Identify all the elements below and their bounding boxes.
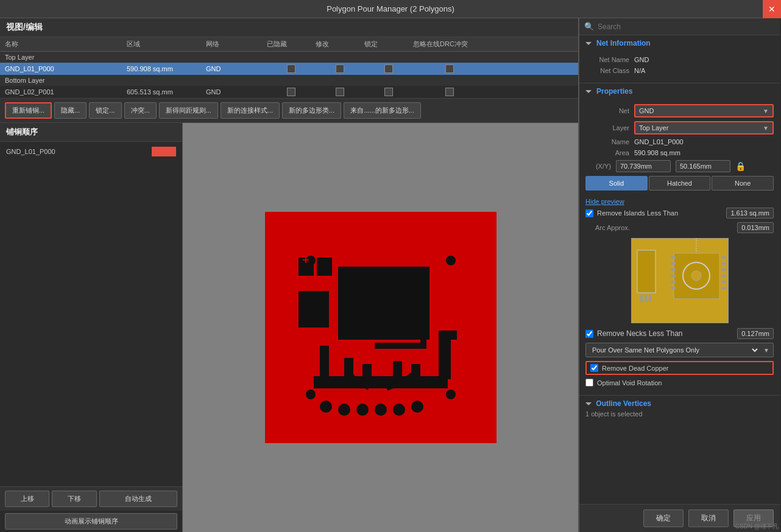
preview-area xyxy=(183,123,578,532)
cell-hidden[interactable] xyxy=(267,88,316,96)
pour-order-item[interactable]: GND_L01_P000 xyxy=(2,144,180,159)
net-class-value: N/A xyxy=(634,67,774,74)
net-select[interactable]: GND xyxy=(635,105,759,116)
lock-button[interactable]: 锁定... xyxy=(89,102,121,119)
layer-select[interactable]: Top Layer Bottom Layer xyxy=(635,122,759,133)
svg-rect-4 xyxy=(320,346,329,376)
remove-islands-row: Remove Islands Less Than 1.613 sq.mm xyxy=(585,208,774,219)
pcb-thumbnail-container xyxy=(585,238,774,323)
col-ignore-drc: 忽略在线DRC冲突 xyxy=(413,40,486,49)
net-class-label: Net Class xyxy=(585,67,634,74)
solid-fill-button[interactable]: Solid xyxy=(585,176,648,191)
cell-area: 590.908 sq.mm xyxy=(127,65,206,73)
properties-header[interactable]: Properties xyxy=(579,83,780,99)
svg-rect-2 xyxy=(299,291,329,327)
cell-locked[interactable] xyxy=(364,88,413,96)
svg-rect-35 xyxy=(640,295,643,302)
svg-rect-45 xyxy=(671,262,676,265)
move-down-button[interactable]: 下移 xyxy=(52,491,96,507)
cell-net: GND xyxy=(206,88,267,96)
net-name-value: GND xyxy=(634,56,774,63)
svg-rect-43 xyxy=(721,287,726,289)
remove-islands-checkbox[interactable] xyxy=(585,209,593,217)
outline-vertices-section: Outline Vertices 1 object is selected xyxy=(579,396,780,421)
svg-rect-3 xyxy=(314,376,448,388)
none-fill-button[interactable]: None xyxy=(712,176,774,191)
title-bar: Polygon Pour Manager (2 Polygons) ✕ xyxy=(0,0,781,18)
watermark: CSDN @理不凡 xyxy=(735,522,779,531)
animate-button[interactable]: 动画展示铺铜顺序 xyxy=(5,513,177,530)
cell-hidden[interactable] xyxy=(267,65,316,73)
confirm-button[interactable]: 确定 xyxy=(643,509,684,527)
pcb-thumbnail xyxy=(631,238,729,323)
cell-modified[interactable] xyxy=(316,65,364,73)
conflict-button[interactable]: 冲突... xyxy=(124,102,157,119)
area-prop-row: Area 590.908 sq.mm xyxy=(585,149,774,156)
coord-label: (X/Y) xyxy=(585,163,616,170)
pcb-preview xyxy=(265,212,497,443)
move-up-button[interactable]: 上移 xyxy=(5,491,49,507)
cell-ignore-drc[interactable] xyxy=(413,88,486,96)
search-bar: 🔍 xyxy=(579,18,780,35)
remove-dead-copper-row: Remove Dead Copper xyxy=(585,361,774,375)
close-button[interactable]: ✕ xyxy=(763,0,781,18)
clearance-rule-button[interactable]: 新得间距规则... xyxy=(159,102,218,119)
net-info-header[interactable]: Net Information xyxy=(579,35,780,51)
connect-style-button[interactable]: 新的连接样式... xyxy=(221,102,280,119)
net-prop-row: Net GND ▼ xyxy=(585,104,774,117)
pour-over-dropdown[interactable]: Pour Over Same Net Polygons Only Pour Ov… xyxy=(585,343,774,357)
properties-section: Properties Net GND ▼ Layer xyxy=(579,83,780,396)
pour-order-item-name: GND_L01_P000 xyxy=(6,148,55,155)
hide-preview-link[interactable]: Hide preview xyxy=(585,195,774,208)
svg-rect-30 xyxy=(637,250,656,293)
repour-button[interactable]: 重新铺铜... xyxy=(5,102,52,119)
svg-rect-22 xyxy=(439,331,457,340)
coord-row: (X/Y) 🔒 xyxy=(585,160,774,172)
new-polygon-button[interactable]: 来自......的新多边形... xyxy=(344,102,421,119)
svg-rect-39 xyxy=(721,262,726,265)
svg-rect-14 xyxy=(420,309,426,349)
auto-generate-button[interactable]: 自动生成 xyxy=(99,491,178,507)
cell-locked[interactable] xyxy=(364,65,413,73)
remove-dead-copper-checkbox[interactable] xyxy=(590,364,598,372)
svg-rect-7 xyxy=(393,361,402,382)
remove-necks-checkbox[interactable] xyxy=(585,330,593,338)
pour-order-list: GND_L01_P000 xyxy=(0,142,182,486)
layer-dropdown[interactable]: Top Layer Bottom Layer ▼ xyxy=(634,121,774,135)
area-prop-label: Area xyxy=(585,149,634,156)
svg-rect-38 xyxy=(721,256,726,259)
search-input[interactable] xyxy=(598,23,775,31)
properties-content: Net GND ▼ Layer Top Layer Bottom Lay xyxy=(579,99,780,395)
polygon-class-button[interactable]: 新的多边形类... xyxy=(282,102,341,119)
net-name-label: Net Name xyxy=(585,56,634,63)
table-header: 名称 区域 网络 已隐藏 修改 锁定 忽略在线DRC冲突 xyxy=(0,37,578,52)
cell-ignore-drc[interactable] xyxy=(413,65,486,73)
col-locked: 锁定 xyxy=(364,40,413,49)
svg-point-20 xyxy=(411,401,423,413)
hatched-fill-button[interactable]: Hatched xyxy=(649,176,711,191)
cell-modified[interactable] xyxy=(316,88,364,96)
optimal-void-checkbox[interactable] xyxy=(585,379,593,387)
remove-necks-row: Remove Necks Less Than 0.127mm xyxy=(585,328,774,339)
y-coord-input[interactable] xyxy=(676,160,730,172)
net-info-content: Net Name GND Net Class N/A xyxy=(579,51,780,83)
svg-point-34 xyxy=(691,271,701,281)
cancel-button[interactable]: 取消 xyxy=(688,509,729,527)
lock-icon[interactable]: 🔒 xyxy=(735,161,746,171)
hide-button[interactable]: 隐藏... xyxy=(54,102,87,119)
remove-dead-copper-label: Remove Dead Copper xyxy=(602,365,668,372)
svg-point-18 xyxy=(375,404,387,416)
svg-rect-13 xyxy=(375,343,423,349)
col-hidden: 已隐藏 xyxy=(267,40,316,49)
col-name: 名称 xyxy=(5,40,127,49)
remove-necks-value: 0.127mm xyxy=(737,328,774,339)
pour-order-panel: 铺铜顺序 GND_L01_P000 上移 下移 自动生成 动画展示铺铜顺序 xyxy=(0,123,183,532)
pour-over-select[interactable]: Pour Over Same Net Polygons Only Pour Ov… xyxy=(586,343,760,357)
outline-vertices-info: 1 object is selected xyxy=(585,410,774,418)
net-dropdown[interactable]: GND ▼ xyxy=(634,104,774,117)
table-row[interactable]: GND_L02_P001 605.513 sq.mm GND xyxy=(0,86,578,98)
table-row[interactable]: GND_L01_P000 590.908 sq.mm GND xyxy=(0,63,578,75)
x-coord-input[interactable] xyxy=(616,160,671,172)
remove-islands-label: Remove Islands Less Than xyxy=(597,209,678,217)
svg-rect-48 xyxy=(671,281,676,283)
